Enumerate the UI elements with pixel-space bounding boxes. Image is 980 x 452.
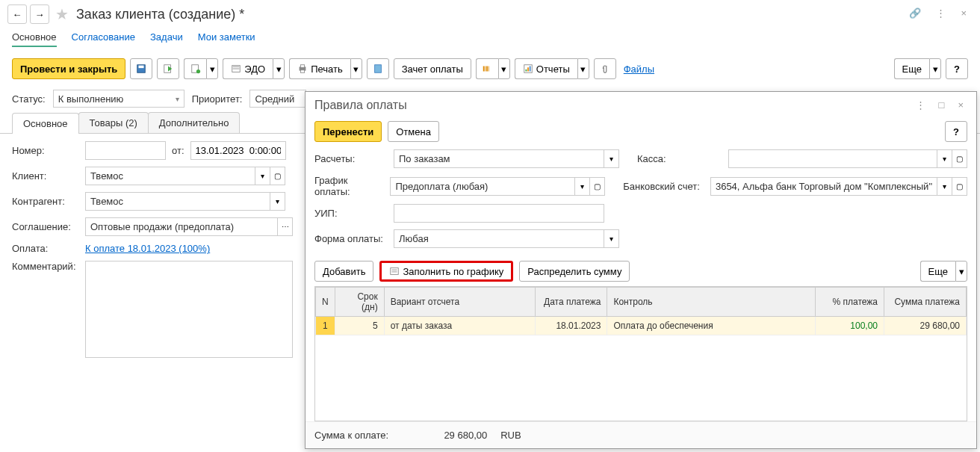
chevron-down-icon[interactable]: ▾: [273, 58, 285, 79]
save-button[interactable]: [130, 58, 152, 79]
chevron-down-icon[interactable]: ▾: [604, 149, 619, 168]
chevron-down-icon[interactable]: ▾: [577, 58, 589, 79]
chevron-down-icon[interactable]: ▾: [955, 261, 967, 282]
col-sum: Сумма платежа: [884, 288, 967, 317]
close-icon[interactable]: ×: [954, 98, 967, 112]
tab-tasks[interactable]: Задачи: [150, 31, 183, 47]
number-input[interactable]: [85, 141, 166, 160]
subtab-main[interactable]: Основное: [12, 113, 79, 134]
add-button[interactable]: Добавить: [314, 261, 373, 282]
open-icon[interactable]: ▢: [952, 149, 967, 168]
create-based-split[interactable]: ▾: [184, 58, 218, 79]
open-icon[interactable]: ▢: [590, 177, 605, 196]
offset-button[interactable]: Зачет оплаты: [394, 58, 471, 79]
bank-input[interactable]: 3654, Альфа банк Торговый дом "Комплексн…: [710, 177, 937, 196]
tab-notes[interactable]: Мои заметки: [198, 31, 255, 47]
back-button[interactable]: ←: [7, 4, 27, 24]
kassa-input[interactable]: [728, 149, 937, 168]
transfer-button[interactable]: Перенести: [314, 121, 382, 142]
chevron-down-icon[interactable]: ▾: [604, 229, 619, 248]
reports-button[interactable]: Отчеты: [515, 58, 577, 79]
post-button[interactable]: [157, 58, 179, 79]
payments-table: N Срок (дн) Вариант отсчета Дата платежа…: [315, 287, 967, 335]
popup-more-button[interactable]: Еще: [920, 261, 955, 282]
agreement-label: Соглашение:: [12, 221, 79, 232]
uip-input[interactable]: [394, 204, 604, 223]
doc-icon-button[interactable]: [367, 58, 389, 79]
link-icon[interactable]: 🔗: [905, 6, 925, 20]
col-date: Дата платежа: [536, 288, 607, 317]
maximize-icon[interactable]: □: [935, 98, 949, 112]
edo-button[interactable]: ЭДО: [223, 58, 273, 79]
cancel-button[interactable]: Отмена: [388, 121, 439, 142]
kebab-icon[interactable]: ⋮: [912, 98, 929, 112]
popup-more-split[interactable]: Еще ▾: [920, 261, 967, 282]
svg-rect-9: [374, 65, 381, 73]
subtab-extra[interactable]: Дополнительно: [148, 112, 241, 133]
forward-button[interactable]: →: [30, 4, 49, 24]
open-icon[interactable]: ▢: [952, 177, 967, 196]
chevron-down-icon[interactable]: ▾: [206, 58, 218, 79]
fill-icon: [389, 266, 400, 276]
open-icon[interactable]: ▢: [270, 167, 285, 185]
svg-rect-10: [483, 66, 485, 72]
col-variant: Вариант отсчета: [384, 288, 536, 317]
subtab-goods[interactable]: Товары (2): [78, 112, 149, 133]
svg-rect-12: [486, 66, 488, 72]
chevron-down-icon[interactable]: ▾: [270, 192, 285, 211]
svg-rect-17: [530, 66, 531, 72]
contragent-input[interactable]: Твемос: [85, 192, 270, 211]
reports-split[interactable]: Отчеты ▾: [515, 58, 589, 79]
footer-currency: RUB: [500, 430, 521, 441]
chevron-down-icon[interactable]: ▾: [575, 177, 590, 196]
kassa-label: Касса:: [637, 153, 721, 164]
barcode-icon[interactable]: [476, 58, 498, 79]
create-based-icon[interactable]: [184, 58, 206, 79]
tab-main[interactable]: Основное: [12, 31, 57, 47]
kebab-icon[interactable]: ⋮: [931, 6, 950, 20]
col-control: Контроль: [607, 288, 816, 317]
files-link[interactable]: Файлы: [624, 64, 654, 75]
post-close-button[interactable]: Провести и закрыть: [12, 58, 125, 79]
tab-approval[interactable]: Согласование: [72, 31, 135, 47]
fill-schedule-button[interactable]: Заполнить по графику: [379, 261, 513, 282]
bank-label: Банковский счет:: [623, 181, 703, 192]
schedule-select[interactable]: Предоплата (любая): [390, 177, 575, 196]
barcode-split[interactable]: ▾: [476, 58, 510, 79]
print-button[interactable]: Печать: [289, 58, 350, 79]
chevron-down-icon[interactable]: ▾: [350, 58, 362, 79]
comment-textarea[interactable]: [85, 261, 293, 358]
svg-point-4: [196, 69, 200, 73]
svg-rect-8: [301, 70, 305, 73]
distribute-button[interactable]: Распределить сумму: [519, 261, 630, 282]
priority-label: Приоритет:: [192, 93, 243, 105]
date-input[interactable]: [190, 141, 286, 160]
chevron-down-icon[interactable]: ▾: [929, 58, 941, 79]
payment-link[interactable]: К оплате 18.01.2023 (100%): [85, 243, 210, 254]
table-row[interactable]: 1 5 от даты заказа 18.01.2023 Оплата до …: [316, 317, 967, 335]
edo-split[interactable]: ЭДО ▾: [223, 58, 285, 79]
status-select[interactable]: К выполнению▾: [53, 90, 184, 108]
dots-icon[interactable]: ⋯: [278, 217, 293, 236]
client-label: Клиент:: [12, 170, 79, 182]
attach-button[interactable]: [594, 58, 616, 79]
chevron-down-icon[interactable]: ▾: [937, 177, 952, 196]
calc-label: Расчеты:: [314, 153, 386, 164]
help-button[interactable]: ?: [945, 121, 967, 142]
close-icon[interactable]: ×: [956, 6, 971, 20]
print-split[interactable]: Печать ▾: [289, 58, 362, 79]
comment-label: Комментарий:: [12, 261, 79, 272]
chevron-down-icon[interactable]: ▾: [937, 149, 952, 168]
help-button[interactable]: ?: [946, 58, 968, 79]
star-icon[interactable]: ★: [55, 5, 69, 23]
priority-select[interactable]: Средний: [249, 90, 306, 108]
payform-select[interactable]: Любая: [394, 229, 604, 248]
more-button[interactable]: Еще: [894, 58, 929, 79]
agreement-input[interactable]: Оптовые продажи (предоплата): [85, 217, 278, 236]
client-input[interactable]: Твемос: [85, 167, 255, 185]
calc-select[interactable]: По заказам: [394, 149, 604, 168]
col-n: N: [316, 288, 335, 317]
more-split[interactable]: Еще ▾: [894, 58, 941, 79]
chevron-down-icon[interactable]: ▾: [255, 167, 270, 185]
chevron-down-icon[interactable]: ▾: [498, 58, 510, 79]
